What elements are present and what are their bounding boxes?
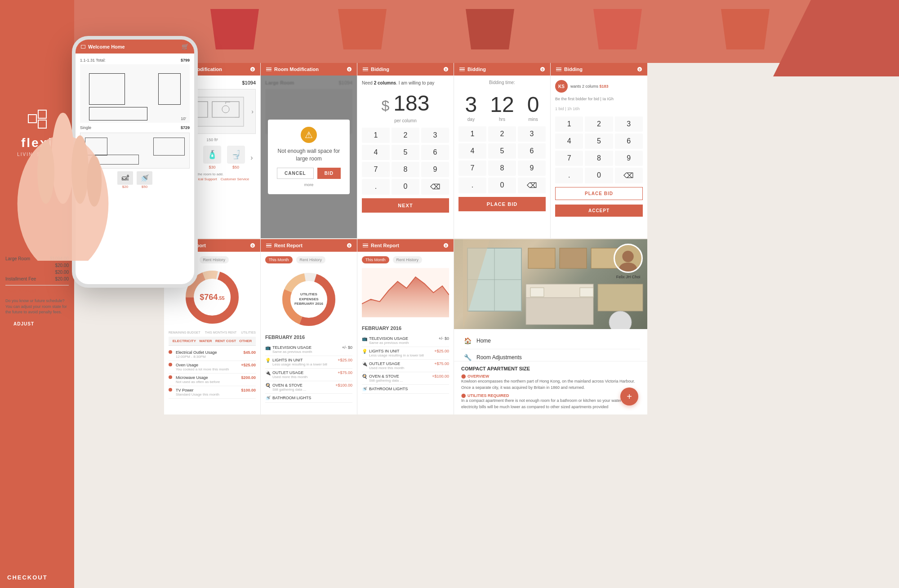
exp-r3-5-name: BATHROOM LIGHTS: [369, 387, 408, 391]
time-days: 3 day: [465, 92, 477, 122]
svg-point-40: [622, 251, 633, 262]
numpad-6[interactable]: 6: [421, 145, 449, 160]
furniture-item-2: 🧴 $30: [203, 146, 221, 169]
screen-rr2-body: This Month Rent History UTILITIESEXPENSE…: [261, 252, 357, 414]
nav-home[interactable]: 🏠 Home: [461, 333, 640, 349]
numpad2-dot[interactable]: .: [458, 178, 486, 193]
exp-r2-4-desc: Still gathering data ...: [272, 388, 306, 392]
furniture-icon-2: 🧴: [203, 146, 221, 164]
numpad2-0[interactable]: 0: [488, 178, 516, 193]
report-tabs-3: This Month Rent History: [362, 256, 449, 263]
exp-r3-1-desc: Same as previous month: [369, 341, 409, 345]
checkout-button[interactable]: CHECKOUT: [7, 574, 67, 581]
numpad2-5[interactable]: 5: [488, 143, 516, 159]
numpad-4[interactable]: 4: [362, 145, 390, 160]
accept-button[interactable]: ACCEPT: [555, 205, 643, 217]
mins-number: 0: [527, 92, 539, 117]
numpad3-6[interactable]: 6: [615, 134, 643, 149]
place-bid-button[interactable]: PLACE BID: [458, 197, 546, 211]
outlet-icon-2: 🔌: [265, 370, 271, 375]
numpad-del[interactable]: ⌫: [421, 179, 449, 195]
screens-row-1: Room Modification 0 Large Room $1094 ‹: [164, 63, 899, 238]
numpad-8[interactable]: 8: [392, 162, 419, 177]
tab-this-month-2[interactable]: This Month: [265, 256, 293, 263]
numpad-dot[interactable]: .: [362, 179, 390, 195]
numpad-2[interactable]: 2: [392, 128, 419, 143]
numpad2-8[interactable]: 8: [488, 160, 516, 176]
customer-service-link[interactable]: Customer Service: [221, 177, 249, 181]
cart-notif-dot-7: 0: [347, 243, 352, 248]
numpad2-2[interactable]: 2: [488, 126, 516, 142]
next-button[interactable]: NEXT: [362, 198, 449, 213]
numpad3-4[interactable]: 4: [555, 134, 583, 149]
numpad2-9[interactable]: 9: [518, 160, 546, 176]
numpad2-7[interactable]: 7: [458, 160, 486, 176]
furniture-next-arrow[interactable]: ›: [250, 154, 253, 162]
numpad3-5[interactable]: 5: [585, 134, 613, 149]
tab-rent-history-2[interactable]: Rent History: [296, 256, 326, 263]
bid-amount-display: $ 183: [362, 91, 449, 116]
day-label: day: [465, 117, 477, 122]
bid-number: 183: [393, 91, 429, 115]
numpad2-6[interactable]: 6: [518, 143, 546, 159]
tab-rent-history-3[interactable]: Rent History: [393, 256, 423, 263]
numpad3-8[interactable]: 8: [585, 151, 613, 166]
numpad2-del[interactable]: ⌫: [518, 178, 546, 193]
numpad2-3[interactable]: 3: [518, 126, 546, 142]
numpad-3[interactable]: 3: [421, 128, 449, 143]
numpad-9[interactable]: 9: [421, 162, 449, 177]
warning-modal: ⚠ Not enough wall space for large room C…: [261, 76, 357, 238]
screen-room-modification-2: Room Modification 0 Large Room $1094 👕$2…: [261, 63, 357, 238]
compact-apt-title: COMPACT APARTMENT SIZE: [461, 366, 640, 371]
expense-r2-2: 💡 LIGHTS IN UNIT Less usage resulting in…: [265, 356, 352, 369]
expense-4-desc: Standard Usage this month: [176, 392, 219, 396]
numpad3-0[interactable]: 0: [585, 168, 613, 183]
screen-rent-report-2: Rent Report 0 This Month Rent History: [261, 239, 357, 414]
phone-header-title: Welcome Home: [88, 44, 125, 49]
tab-this-month-3[interactable]: This Month: [362, 256, 389, 263]
numpad-1[interactable]: 1: [362, 128, 390, 143]
outlet-icon-3: 🔌: [362, 361, 367, 366]
numpad3-del[interactable]: ⌫: [615, 168, 643, 183]
svg-rect-34: [580, 288, 593, 297]
place-bid-button-2[interactable]: PLACE BID: [555, 187, 643, 200]
exp-r3-3-desc: Used more this month: [369, 366, 404, 370]
numpad3-3[interactable]: 3: [615, 116, 643, 132]
exp-r3-4-amount: +$100.00: [432, 374, 449, 383]
room-price: $1094: [242, 80, 256, 85]
utilities-label: ⬤ UTILITIES REQUIRED: [461, 393, 640, 398]
numpad3-9[interactable]: 9: [615, 151, 643, 166]
numpad3-1[interactable]: 1: [555, 116, 583, 132]
cart-notif-dot-8: 0: [444, 243, 448, 248]
more-link[interactable]: more: [275, 183, 343, 187]
numpad-7[interactable]: 7: [362, 162, 390, 177]
hamburger-icon-4: [459, 67, 465, 71]
first-bidder-text: Be the first bidder for bid | Ia IGh: [555, 96, 643, 102]
cancel-button[interactable]: CANCEL: [277, 168, 314, 179]
numpad-0[interactable]: 0: [392, 179, 419, 195]
bid-button[interactable]: BID: [317, 168, 341, 179]
numpad3-7[interactable]: 7: [555, 151, 583, 166]
numpad2-4[interactable]: 4: [458, 143, 486, 159]
furniture-price-2: $30: [209, 165, 215, 169]
nav-room-adjustments[interactable]: 🔧 Room Adjustments: [461, 349, 640, 361]
cart-notif-dot-3: 0: [444, 67, 448, 71]
exp-r2-2-amount: +$25.00: [338, 358, 352, 366]
expense-3: Microwave Usage Not used as often as bef…: [169, 374, 256, 386]
mountain-chart: [362, 268, 449, 322]
numpad3-dot[interactable]: .: [555, 168, 583, 183]
expense-r3-3: 🔌 OUTLET USAGE Used more this month +$75…: [362, 360, 449, 372]
hamburger-icon-5: [556, 67, 561, 71]
screen-bidding-1: Bidding 0 Need 2 columns. I am willing t…: [357, 63, 454, 238]
numpad2-1[interactable]: 1: [458, 126, 486, 142]
screen-rr2-title: Rent Report: [274, 243, 303, 248]
tab-rent-history[interactable]: Rent History: [200, 256, 229, 263]
expense-2-desc: You cooked a lot more this month: [176, 367, 229, 371]
fab-button[interactable]: +: [620, 388, 638, 405]
feb-label-3: FEBRUARY 2016: [362, 325, 449, 331]
numpad-5[interactable]: 5: [392, 145, 419, 160]
numpad3-2[interactable]: 2: [585, 116, 613, 132]
overview-dot: ⬤: [461, 374, 466, 379]
next-room-arrow[interactable]: ›: [251, 108, 254, 115]
light-icon-2: 💡: [265, 358, 271, 363]
